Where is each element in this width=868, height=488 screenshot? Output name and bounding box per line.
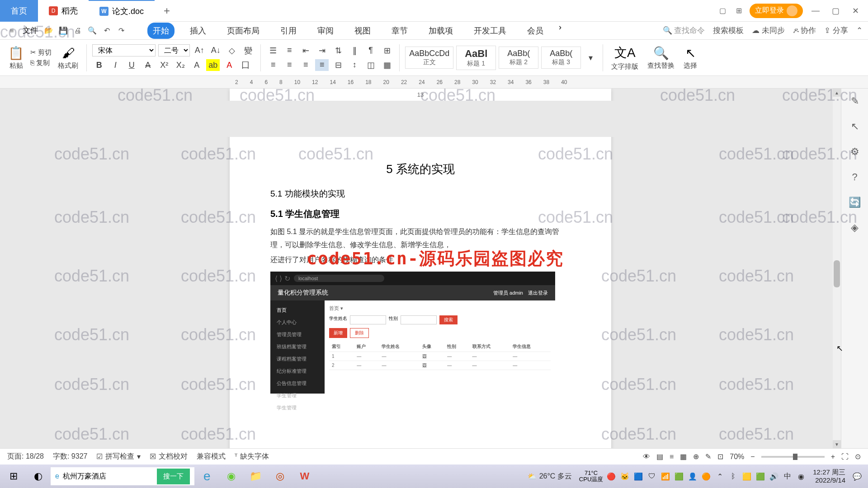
paste-button[interactable]: 📋 粘贴 <box>5 46 27 70</box>
copy-button[interactable]: ⎘ 复制 <box>30 59 52 67</box>
style-more-icon[interactable]: ▾ <box>584 52 597 64</box>
tray-icon[interactable]: 🟩 <box>755 471 766 482</box>
align-justify-icon[interactable]: ≡ <box>315 59 329 71</box>
grow-font-icon[interactable]: A↑ <box>193 45 206 56</box>
align-center-icon[interactable]: ≡ <box>283 59 296 71</box>
collapse-ribbon-icon[interactable]: ⌃ <box>856 26 863 35</box>
ribbon-tab-start[interactable]: 开始 <box>147 23 175 39</box>
spellcheck-button[interactable]: ☑ 拼写检查 ▾ <box>96 452 141 461</box>
phonetic-icon[interactable]: 變 <box>241 45 255 56</box>
pencil-icon[interactable]: ✎ <box>848 94 862 108</box>
subscript-button[interactable]: X₂ <box>174 59 187 71</box>
italic-button[interactable]: I <box>108 59 122 71</box>
document-area[interactable]: 13 5 系统的实现 5.1 功能模块的实现 code51.cn-源码乐园盗图必… <box>0 89 841 465</box>
redo-icon[interactable]: ↷ <box>115 24 127 37</box>
start-button[interactable]: ⊞ <box>2 466 25 486</box>
file-menu[interactable]: 文件 <box>20 25 41 36</box>
compat-mode[interactable]: 兼容模式 <box>197 452 226 461</box>
ribbon-overflow-icon[interactable]: › <box>559 23 561 39</box>
char-border-button[interactable]: 囗 <box>239 59 252 71</box>
undo-icon[interactable]: ↶ <box>100 24 113 37</box>
tray-icon[interactable]: 🟨 <box>741 471 752 482</box>
style-h2[interactable]: AaBb(标题 2 <box>499 47 538 69</box>
ribbon-tab-section[interactable]: 章节 <box>386 23 413 39</box>
format-brush-button[interactable]: 🖌 格式刷 <box>55 46 81 70</box>
proofread-button[interactable]: ☒ 文档校对 <box>150 452 188 461</box>
hamburger-icon[interactable]: ≡ <box>5 24 18 37</box>
increase-indent-icon[interactable]: ⇥ <box>315 45 329 56</box>
line-spacing-icon[interactable]: ‖ <box>348 45 361 56</box>
view-page-icon[interactable]: ▤ <box>656 452 663 461</box>
ribbon-tab-layout[interactable]: 页面布局 <box>222 23 265 39</box>
help-icon[interactable]: ? <box>848 170 862 184</box>
open-icon[interactable]: 📂 <box>42 24 55 37</box>
page-indicator[interactable]: 页面: 18/28 <box>7 452 44 461</box>
find-replace-button[interactable]: 🔍 查找替换 <box>645 46 677 70</box>
zoom-in-button[interactable]: + <box>831 453 835 461</box>
distribute-icon[interactable]: ⊟ <box>331 59 345 71</box>
edit-icon[interactable]: ✎ <box>705 452 711 461</box>
scroll-up-icon[interactable]: ▲ <box>833 89 841 97</box>
translate-icon[interactable]: 🔄 <box>848 195 862 210</box>
bold-button[interactable]: B <box>92 59 106 71</box>
show-marks-icon[interactable]: ¶ <box>364 45 377 56</box>
tray-expand-icon[interactable]: ⌃ <box>714 471 725 482</box>
highlight-button[interactable]: ab <box>206 59 220 71</box>
text-layout-button[interactable]: 文A 文字排版 <box>609 44 641 71</box>
task-icon[interactable]: ◐ <box>26 466 50 486</box>
fullscreen-icon[interactable]: ⛶ <box>841 453 849 461</box>
taskbar-search[interactable]: e 搜一下 <box>51 467 194 485</box>
explorer-icon[interactable]: 📁 <box>244 466 268 486</box>
font-color-button[interactable]: A <box>222 59 236 71</box>
select-icon[interactable]: ↖ <box>848 119 862 134</box>
view-outline-icon[interactable]: ≡ <box>670 453 674 461</box>
tab-add-button[interactable]: + <box>155 5 179 17</box>
expand-icon[interactable]: ⊙ <box>855 452 861 461</box>
font-select[interactable]: 宋体 <box>92 44 156 56</box>
tray-icon[interactable]: 👤 <box>687 471 698 482</box>
strikethrough-button[interactable]: A̶ <box>141 59 155 71</box>
app-icon[interactable]: ◎ <box>269 466 292 486</box>
clock[interactable]: 12:27 周三 2022/9/14 <box>809 468 849 484</box>
volume-icon[interactable]: 🔊 <box>769 471 779 482</box>
ribbon-tab-view[interactable]: 视图 <box>349 23 376 39</box>
clear-format-icon[interactable]: ◇ <box>225 45 239 56</box>
tab-docshell[interactable]: D 稻壳 <box>38 0 89 22</box>
diamond-icon[interactable]: ◈ <box>848 221 862 235</box>
ribbon-tab-dev[interactable]: 开发工具 <box>468 23 512 39</box>
window-mode-icon[interactable]: ▢ <box>717 5 728 16</box>
style-h1[interactable]: AaBl标题 1 <box>456 46 496 70</box>
shrink-font-icon[interactable]: A↓ <box>209 45 222 56</box>
tab-document[interactable]: W 论文.doc <box>89 0 155 22</box>
select-button[interactable]: ↖ 选择 <box>681 46 700 70</box>
align-left-icon[interactable]: ≡ <box>266 59 280 71</box>
ribbon-tab-addon[interactable]: 加载项 <box>423 23 458 39</box>
decrease-indent-icon[interactable]: ⇤ <box>299 45 312 56</box>
sort-icon[interactable]: ⇅ <box>331 45 345 56</box>
wifi-icon[interactable]: 📶 <box>660 471 671 482</box>
size-select[interactable]: 二号 <box>158 44 190 56</box>
word-count[interactable]: 字数: 9327 <box>53 452 87 461</box>
style-normal[interactable]: AaBbCcDd正文 <box>405 47 453 69</box>
superscript-button[interactable]: X² <box>157 59 171 71</box>
share-button[interactable]: ⇪ 分享 <box>824 25 848 36</box>
eye-icon[interactable]: 👁 <box>643 453 650 461</box>
shading-icon[interactable]: ◫ <box>364 59 377 71</box>
ime-icon[interactable]: 中 <box>782 471 793 482</box>
align-right-icon[interactable]: ≡ <box>299 59 312 71</box>
print-icon[interactable]: 🖨 <box>71 24 84 37</box>
minimize-button[interactable]: — <box>808 4 823 18</box>
weather-widget[interactable]: ⛅ 26°C 多云 <box>523 472 576 481</box>
scroll-thumb[interactable] <box>834 260 840 287</box>
ribbon-tab-reference[interactable]: 引用 <box>275 23 302 39</box>
bluetooth-icon[interactable]: ᛒ <box>728 471 739 482</box>
number-list-icon[interactable]: ≡ <box>283 45 296 56</box>
wps-taskbar-icon[interactable]: W <box>293 466 316 486</box>
bullet-list-icon[interactable]: ☰ <box>266 45 280 56</box>
zoom-out-button[interactable]: − <box>750 453 755 461</box>
search-input[interactable] <box>63 472 153 480</box>
tray-icon[interactable]: 🛡 <box>646 471 657 482</box>
tray-icon[interactable]: 🐱 <box>619 471 630 482</box>
line-height-icon[interactable]: ↕ <box>348 59 361 71</box>
ribbon-tab-review[interactable]: 审阅 <box>312 23 339 39</box>
